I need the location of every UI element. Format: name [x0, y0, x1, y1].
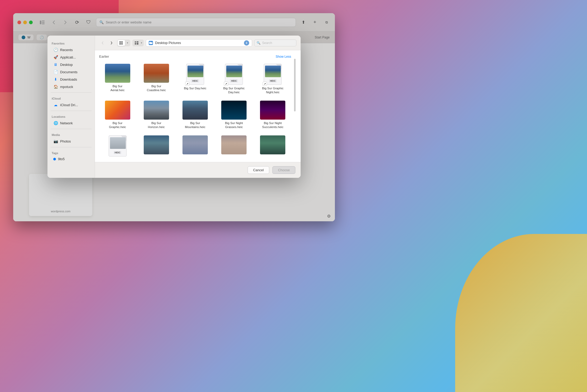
show-less-button[interactable]: Show Less: [276, 55, 291, 58]
tag-label: 9to5: [58, 157, 65, 161]
tags-section-label: Tags: [47, 149, 95, 156]
home-label: mpotuck: [60, 85, 73, 89]
bg-accent-orange: [455, 234, 587, 392]
file-item-big-sur-day[interactable]: HEIC ↗ Big Sur Day.heic: [177, 62, 213, 96]
icon-view-button[interactable]: [118, 40, 125, 46]
dialog-file-area[interactable]: Earlier Show Less: [95, 50, 301, 162]
sidebar-item-9to5-tag[interactable]: 9to5: [49, 156, 93, 162]
cancel-button[interactable]: Cancel: [248, 166, 269, 174]
heic-thumb-graphic-day: [226, 66, 242, 77]
desktop-icon: 🖥: [53, 62, 58, 67]
thumbnail-row3-2: [144, 135, 169, 154]
svg-rect-4: [119, 41, 121, 43]
file-item-big-sur-night-succulents[interactable]: Big Sur NightSucculents.heic: [254, 99, 291, 131]
dialog-toolbar: ▾: [95, 36, 301, 50]
sidebar-item-network[interactable]: 🌐 Network: [49, 119, 93, 127]
icloud-icon: ☁: [53, 102, 58, 107]
sidebar-item-recents[interactable]: 🕐 Recents: [49, 46, 93, 53]
sidebar-item-documents[interactable]: 📄 Documents: [49, 68, 93, 76]
section-header: Earlier Show Less: [99, 53, 291, 62]
file-grid-row3: HEIC: [99, 133, 291, 159]
dialog-overlay: Favorites 🕐 Recents 🚀 Applicati... 🖥 Des…: [13, 13, 335, 221]
thumbnail-big-sur-aerial: [105, 64, 130, 83]
icon-view-dropdown[interactable]: ▾: [125, 40, 130, 46]
filename-big-sur-night-grasses: Big Sur NightGrasses.heic: [225, 121, 243, 129]
choose-button[interactable]: Choose: [272, 166, 295, 174]
view-toggle: ▾: [117, 40, 130, 46]
heic-thumb-row3-1: [110, 137, 126, 149]
heic-thumb-graphic-night: [265, 66, 281, 77]
downloads-label: Downloads: [60, 77, 77, 81]
divider-4: [51, 147, 92, 147]
file-item-big-sur-graphic[interactable]: Big SurGraphic.heic: [99, 99, 136, 131]
network-label: Network: [60, 121, 73, 125]
clock-icon: 🕐: [53, 47, 58, 52]
search-placeholder: Search: [262, 41, 272, 45]
file-item-row3-3[interactable]: [177, 133, 213, 159]
file-item-row3-1[interactable]: HEIC: [99, 133, 136, 159]
file-item-big-sur-night-grasses[interactable]: Big Sur NightGrasses.heic: [216, 99, 252, 131]
filename-big-sur-aerial: Big SurAerial.heic: [110, 84, 125, 92]
thumbnail-row3-3: [182, 135, 208, 154]
location-bar[interactable]: Desktop Pictures: [146, 39, 252, 47]
thumbnail-row3-4: [221, 135, 247, 154]
file-item-big-sur-aerial[interactable]: Big SurAerial.heic: [99, 62, 136, 96]
file-open-dialog: Favorites 🕐 Recents 🚀 Applicati... 🖥 Des…: [47, 36, 301, 178]
sidebar-item-desktop[interactable]: 🖥 Desktop: [49, 61, 93, 68]
scrollbar-track[interactable]: [293, 53, 296, 159]
alias-arrow-graphic-day: ↗: [224, 82, 228, 86]
divider-1: [51, 92, 92, 93]
heic-badge-graphic-night: HEIC: [269, 79, 277, 82]
location-chevron[interactable]: [244, 40, 249, 46]
file-grid-row1: Big SurAerial.heic Big SurCoastline.heic: [99, 62, 291, 96]
file-item-row3-4[interactable]: [216, 133, 252, 159]
dialog-main: ▾: [95, 36, 301, 178]
svg-rect-13: [137, 44, 138, 45]
divider-2: [51, 111, 92, 111]
dialog-footer: Cancel Choose: [95, 162, 301, 178]
thumbnail-row3-5: [260, 135, 285, 154]
sidebar-item-downloads[interactable]: ⬇ Downloads: [49, 76, 93, 83]
file-item-row3-2[interactable]: [138, 133, 175, 159]
filename-big-sur-graphic-day: Big Sur GraphicDay.heic: [223, 86, 245, 94]
file-item-big-sur-horizon[interactable]: Big SurHorizon.heic: [138, 99, 175, 131]
filename-big-sur-day: Big Sur Day.heic: [184, 86, 206, 90]
heic-badge-day: HEIC: [191, 79, 199, 82]
svg-rect-8: [135, 41, 136, 42]
filename-big-sur-graphic: Big SurGraphic.heic: [109, 121, 126, 129]
heic-badge-graphic-day: HEIC: [230, 79, 238, 82]
file-item-row3-5[interactable]: [254, 133, 291, 159]
icloud-label: iCloud Dri...: [60, 103, 78, 107]
file-item-big-sur-mountains[interactable]: Big SurMountains.heic: [177, 99, 213, 131]
file-grid-content: Earlier Show Less: [99, 53, 293, 159]
applications-icon: 🚀: [53, 55, 58, 60]
search-icon: 🔍: [257, 41, 261, 45]
thumbnail-big-sur-mountains: [182, 101, 208, 120]
file-item-big-sur-graphic-night[interactable]: HEIC ↗ Big Sur GraphicNight.heic: [254, 62, 291, 96]
heic-paper-row3-1: HEIC: [109, 135, 127, 156]
scrollbar-thumb[interactable]: [294, 59, 296, 111]
heic-thumb-day: [187, 66, 203, 77]
forward-nav-button[interactable]: [108, 40, 115, 46]
sidebar-item-home[interactable]: 🏠 mpotuck: [49, 83, 93, 90]
search-bar[interactable]: 🔍 Search: [254, 40, 296, 46]
applications-label: Applicati...: [60, 55, 76, 59]
camera-icon: 📷: [53, 139, 58, 144]
svg-rect-6: [119, 43, 121, 45]
sidebar-item-photos[interactable]: 📷 Photos: [49, 138, 93, 145]
thumbnail-big-sur-night-succulents: [260, 101, 285, 120]
thumbnail-big-sur-coastline: [144, 64, 169, 83]
back-nav-button[interactable]: [99, 40, 106, 46]
sidebar-item-icloud-drive[interactable]: ☁ iCloud Dri...: [49, 101, 93, 109]
file-item-big-sur-coastline[interactable]: Big SurCoastline.heic: [138, 62, 175, 96]
grid-view-button[interactable]: [133, 40, 140, 46]
home-icon: 🏠: [53, 84, 58, 89]
filename-big-sur-night-succulents: Big Sur NightSucculents.heic: [262, 121, 283, 129]
icloud-section-label: iCloud: [47, 95, 95, 101]
view-dropdown[interactable]: ▾: [132, 40, 144, 46]
file-area-inner: Earlier Show Less: [99, 53, 296, 159]
sidebar-item-applications[interactable]: 🚀 Applicati...: [49, 53, 93, 61]
file-item-big-sur-graphic-day[interactable]: HEIC ↗ Big Sur GraphicDay.heic: [216, 62, 252, 96]
desktop-label: Desktop: [60, 63, 73, 67]
filename-big-sur-horizon: Big SurHorizon.heic: [148, 121, 165, 129]
